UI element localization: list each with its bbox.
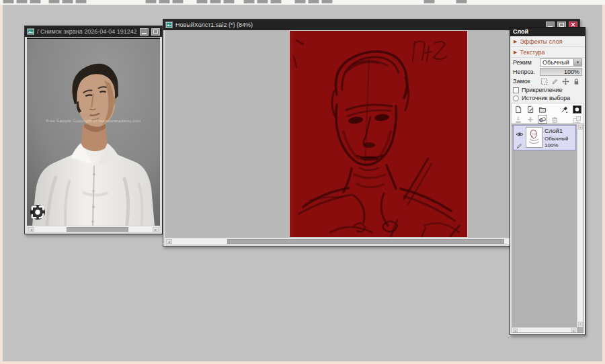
mode-label: Режим [513, 59, 538, 66]
cropped-toolbar-button[interactable] [145, 0, 157, 3]
cropped-toolbar-button[interactable] [75, 0, 87, 3]
lens-icon[interactable] [30, 205, 45, 220]
section-layer-effects[interactable]: ▶ Эффекты слоя [510, 36, 585, 47]
section-label: Эффекты слоя [520, 38, 562, 45]
cropped-toolbar-button[interactable] [456, 0, 467, 3]
checkbox-icon[interactable] [513, 87, 519, 93]
watermark-text: Free Sample Copyright of realisticacadem… [27, 119, 160, 123]
document-icon [27, 28, 34, 35]
pencil-icon [516, 140, 522, 152]
selection-source-radio[interactable]: Источник выбора [510, 94, 585, 102]
cropped-toolbar-button[interactable] [172, 0, 184, 3]
opacity-row: Непроз. 100% [510, 67, 585, 77]
scroll-left-icon[interactable]: ◄ [166, 239, 172, 244]
eye-icon[interactable] [516, 128, 524, 140]
cropped-toolbar-button[interactable] [48, 0, 60, 3]
lock-row: Замок [510, 77, 585, 86]
canvas-window-title: НовыйХолст1.sai2 (*) (84%) [175, 19, 543, 30]
layer-thumbnail [526, 127, 542, 148]
clipping-group-icon[interactable] [572, 115, 581, 124]
scroll-left-icon[interactable]: ◄ [28, 227, 34, 232]
add-icon[interactable] [526, 115, 535, 124]
cropped-toolbar-button[interactable] [16, 0, 28, 3]
blend-mode-select[interactable]: Обычный ▼ [540, 58, 582, 66]
scroll-down-icon[interactable]: ▼ [578, 322, 583, 326]
merge-down-icon[interactable] [514, 115, 523, 124]
section-texture[interactable]: ▶ Текстура [510, 47, 585, 58]
scroll-right-icon[interactable]: ► [153, 227, 159, 232]
layer-mode: Обычный [544, 136, 568, 142]
blend-mode-value: Обычный [542, 59, 569, 66]
cropped-toolbar-button[interactable] [3, 0, 14, 3]
cropped-toolbar-button[interactable] [159, 0, 170, 3]
cropped-toolbar-button[interactable] [62, 0, 73, 3]
workspace: / Снимок экрана 2026-04-04 191242.pn... [3, 5, 602, 361]
scroll-right-icon[interactable]: ► [571, 328, 576, 332]
pin-label: Прикрепление [522, 87, 563, 93]
scrollbar-thumb[interactable] [227, 239, 504, 244]
opacity-label: Непроз. [513, 69, 538, 75]
pin-checkbox[interactable]: Прикрепление [510, 86, 585, 94]
cropped-toolbar-button[interactable] [308, 0, 319, 3]
layer-list-hscrollbar[interactable]: ◄ ► [512, 327, 577, 332]
layers-panel-header: Слой [510, 28, 585, 36]
app-frame: / Снимок экрана 2026-04-04 191242.pn... [0, 0, 605, 364]
opacity-slider[interactable]: 100% [540, 68, 582, 76]
transparency-lock-icon[interactable] [540, 77, 548, 85]
canvas[interactable] [290, 31, 467, 237]
cropped-toolbar-button[interactable] [30, 0, 41, 3]
portrait-photo [27, 39, 160, 226]
reference-window: / Снимок экрана 2026-04-04 191242.pn... [24, 26, 163, 234]
maximize-button[interactable] [151, 28, 160, 36]
new-pen-layer-icon[interactable] [526, 105, 535, 113]
layer-mask-icon[interactable] [572, 105, 581, 113]
scrollbar-thumb[interactable] [67, 227, 128, 232]
cropped-toolbar-button[interactable] [223, 0, 235, 3]
reference-hscrollbar[interactable]: ◄ ► [27, 226, 160, 233]
vector-pen-icon[interactable] [560, 105, 569, 113]
cropped-toolbar-button[interactable] [321, 0, 333, 3]
chevron-right-icon: ▶ [514, 50, 517, 55]
layer-toolbar [511, 103, 584, 126]
cropped-toolbar-button[interactable] [196, 0, 208, 3]
chevron-down-icon[interactable]: ▼ [573, 59, 581, 66]
scroll-left-icon[interactable]: ◄ [513, 328, 518, 332]
cropped-toolbar-button[interactable] [294, 0, 306, 3]
cropped-toolbar [0, 0, 605, 5]
selection-source-label: Источник выбора [522, 95, 570, 101]
layer-item[interactable]: Слой1 Обычный 100% [513, 125, 576, 150]
sketch-drawing [290, 31, 467, 237]
section-label: Текстура [520, 49, 544, 56]
delete-icon[interactable] [550, 115, 559, 124]
layer-list-vscrollbar[interactable]: ▲ ▼ [577, 124, 583, 327]
opacity-value: 100% [564, 69, 579, 76]
canvas-scribble-text [413, 41, 446, 62]
lock-label: Замок [513, 78, 538, 85]
reference-titlebar[interactable]: / Снимок экрана 2026-04-04 191242.pn... [25, 26, 162, 37]
clear-icon[interactable] [538, 115, 547, 124]
pencil-lock-icon[interactable] [551, 77, 559, 85]
layer-name: Слой1 [544, 128, 568, 136]
new-layer-icon[interactable] [514, 105, 523, 113]
layer-opacity: 100% [544, 142, 568, 148]
cropped-toolbar-button[interactable] [243, 0, 255, 3]
reference-photo: Free Sample Copyright of realisticacadem… [27, 38, 160, 226]
cropped-toolbar-button[interactable] [424, 0, 435, 3]
radio-icon[interactable] [513, 95, 519, 101]
layers-panel: Слой ▶ Эффекты слоя ▶ Текстура Режим Обы… [510, 27, 586, 335]
layer-list: Слой1 Обычный 100% ▲ ▼ ◄ ► [512, 124, 583, 333]
move-lock-icon[interactable] [561, 77, 569, 85]
document-icon [165, 21, 173, 28]
padlock-icon[interactable] [572, 77, 580, 85]
cropped-toolbar-button[interactable] [270, 0, 282, 3]
scroll-up-icon[interactable]: ▲ [578, 125, 583, 130]
blend-mode-row: Режим Обычный ▼ [510, 58, 585, 67]
reference-window-title: / Снимок экрана 2026-04-04 191242.pn... [37, 26, 137, 37]
cropped-toolbar-button[interactable] [210, 0, 221, 3]
minimize-button[interactable] [140, 28, 149, 36]
cropped-toolbar-button[interactable] [257, 0, 268, 3]
chevron-right-icon: ▶ [514, 39, 517, 44]
new-folder-icon[interactable] [538, 105, 547, 113]
